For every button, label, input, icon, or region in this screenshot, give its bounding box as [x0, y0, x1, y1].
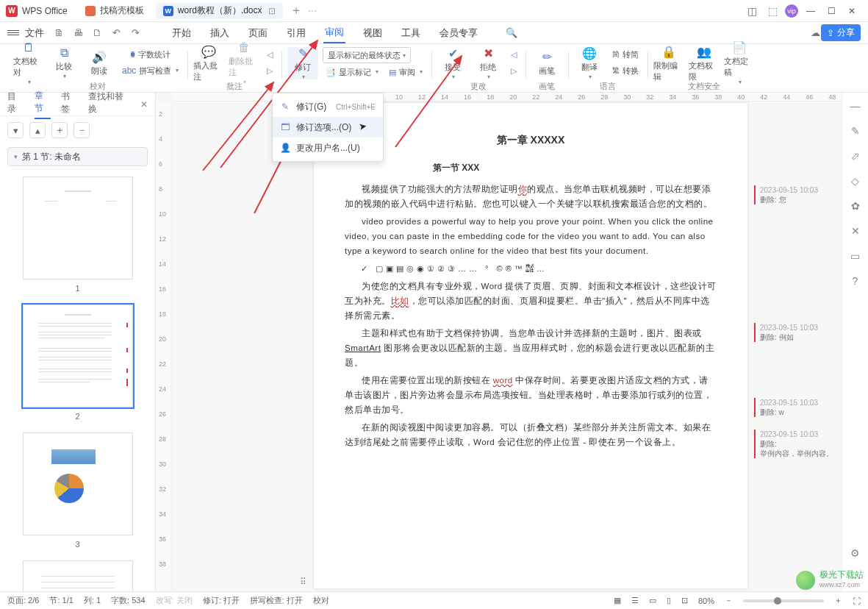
share-button[interactable]: ⇪ 分享: [821, 24, 861, 41]
doc-proof-button[interactable]: 🗒文档校对: [13, 47, 44, 79]
fullscreen-icon[interactable]: ⛶: [853, 596, 861, 605]
cloud-icon[interactable]: ☁: [809, 27, 821, 39]
zoom-in-button[interactable]: ＋: [834, 595, 842, 606]
tab-templates[interactable]: 找稿壳模板: [78, 3, 151, 19]
status-spell[interactable]: 拼写检查: 打开: [250, 595, 303, 606]
zoom-out-button[interactable]: －: [725, 595, 733, 606]
window-close-button[interactable]: ✕: [842, 3, 862, 19]
review-pane-button[interactable]: ▤审阅: [386, 65, 426, 79]
window-minimize-button[interactable]: —: [800, 3, 821, 19]
nav-tab-find[interactable]: 查找和替换: [88, 90, 130, 118]
section-select[interactable]: 第 1 节: 未命名: [7, 147, 148, 166]
convert-simple-button[interactable]: 简转简: [609, 47, 642, 62]
convert-trad-button[interactable]: 繁转换: [609, 63, 642, 78]
thumbnail-page-4[interactable]: [23, 560, 133, 591]
wordcount-button[interactable]: ⧯字数统计: [119, 47, 182, 62]
status-overwrite[interactable]: 改写: 关闭: [156, 595, 193, 606]
view-outline-icon[interactable]: ☰: [631, 596, 639, 605]
reader-mode-icon[interactable]: ◫: [744, 3, 760, 19]
revision-callout-1[interactable]: 2023-09-15 10:03 删除: 您: [754, 185, 818, 204]
document-page[interactable]: 第一章 XXXXX 第一节 XXX 视频提供了功能强大的方法帮助您证明你的观点。…: [314, 103, 747, 588]
view-print-icon[interactable]: ▦: [614, 596, 621, 605]
revision-callout-3[interactable]: 2023-09-15 10:03 删除: w: [754, 398, 818, 417]
menu-page[interactable]: 页面: [247, 24, 269, 43]
page-move-handle-icon[interactable]: ⠿: [300, 577, 306, 587]
markup-state-select[interactable]: 显示标记的最终状态: [323, 47, 411, 63]
status-proof[interactable]: 校对: [313, 595, 329, 606]
translate-button[interactable]: 🌐翻译: [574, 47, 605, 79]
nav-expand-button[interactable]: ▾: [7, 122, 24, 138]
thumbnail-page-3[interactable]: [23, 432, 133, 535]
sidebar-pen-icon[interactable]: ✎: [848, 124, 863, 138]
menu-start[interactable]: 开始: [171, 24, 193, 43]
status-column[interactable]: 列: 1: [84, 595, 101, 606]
insert-comment-button[interactable]: 💬插入批注: [193, 47, 224, 79]
show-markup-button[interactable]: 📑显示标记: [323, 65, 381, 79]
revision-callout-2[interactable]: 2023-09-15 10:03 删除: 例如: [754, 323, 818, 342]
nav-tab-bookmarks[interactable]: 书签: [61, 90, 78, 118]
sidebar-asset-icon[interactable]: ✿: [848, 199, 863, 213]
next-change-button[interactable]: ▷: [508, 63, 520, 78]
thumbnail-page-2[interactable]: [23, 304, 133, 407]
prev-comment-button[interactable]: ◁: [264, 47, 276, 62]
sidebar-shape-icon[interactable]: ◇: [848, 174, 863, 188]
menu-vip[interactable]: 会员专享: [438, 24, 479, 43]
reject-button[interactable]: ✖拒绝: [473, 47, 503, 79]
status-words[interactable]: 字数: 534: [111, 595, 145, 606]
accept-button[interactable]: ✔接受: [437, 47, 468, 79]
nav-add-button[interactable]: ＋: [51, 122, 68, 138]
next-comment-button[interactable]: ▷: [264, 63, 276, 78]
track-changes-button[interactable]: ✎修订: [287, 47, 318, 79]
window-maximize-button[interactable]: ☐: [821, 3, 842, 19]
status-section[interactable]: 节: 1/1: [49, 595, 73, 606]
menu-tools[interactable]: 工具: [400, 24, 422, 43]
compare-button[interactable]: ⧉比较: [49, 47, 79, 79]
sidebar-minus-icon[interactable]: —: [848, 99, 863, 113]
doc-permission-button[interactable]: 👥文档权限: [689, 47, 720, 79]
revision-callout-4[interactable]: 2023-09-15 10:03 删除: 举例内容，举例内容。: [754, 430, 833, 458]
status-page[interactable]: 页面: 2/6: [7, 595, 39, 606]
nav-tab-toc[interactable]: 目录: [7, 90, 24, 118]
dropdown-username-item[interactable]: 👤 更改用户名...(U): [273, 138, 383, 158]
menu-file[interactable]: 文件: [25, 26, 44, 40]
thumbnail-page-1[interactable]: [23, 177, 133, 279]
tab-document[interactable]: W word教程（新）.docx ⊡: [156, 3, 283, 19]
sidebar-tools-icon[interactable]: ✕: [848, 224, 863, 238]
ink-pen-button[interactable]: ✏画笔: [531, 47, 562, 79]
preview-icon[interactable]: 🗋: [91, 27, 103, 39]
restrict-edit-button[interactable]: 🔒限制编辑: [653, 47, 684, 79]
vertical-ruler[interactable]: 2468101214161820222426283032343638: [156, 102, 172, 591]
sidebar-help-icon[interactable]: ?: [848, 274, 863, 288]
view-read-icon[interactable]: ▯: [667, 596, 671, 605]
nav-up-button[interactable]: ▴: [29, 122, 46, 138]
dropdown-track-item[interactable]: ✎ 修订(G) Ctrl+Shift+E: [273, 96, 383, 117]
cube-icon[interactable]: ⬚: [764, 3, 781, 19]
tab-close-icon[interactable]: ⊡: [268, 6, 276, 16]
nav-close-icon[interactable]: ✕: [140, 99, 148, 110]
new-tab-button[interactable]: ＋: [287, 3, 305, 19]
sidebar-book-icon[interactable]: ▭: [848, 249, 863, 263]
menu-view[interactable]: 视图: [362, 24, 384, 43]
hamburger-icon[interactable]: [7, 30, 19, 35]
view-web-icon[interactable]: ▭: [649, 596, 656, 605]
print-icon[interactable]: 🖶: [72, 27, 84, 39]
sidebar-select-icon[interactable]: ⬀: [848, 149, 863, 163]
menu-insert[interactable]: 插入: [209, 24, 231, 43]
doc-finalize-button[interactable]: 📄文档定稿: [724, 47, 755, 79]
status-track[interactable]: 修订: 打开: [203, 595, 240, 606]
spellcheck-button[interactable]: abc拼写检查: [119, 63, 182, 78]
save-icon[interactable]: 🗎: [53, 27, 65, 39]
prev-change-button[interactable]: ◁: [508, 47, 520, 62]
nav-remove-button[interactable]: －: [73, 122, 90, 138]
search-icon[interactable]: 🔍: [506, 27, 517, 39]
fit-page-icon[interactable]: ⊡: [681, 596, 688, 605]
nav-tab-sections[interactable]: 章节: [35, 90, 51, 119]
undo-icon[interactable]: ↶: [110, 27, 122, 39]
status-zoom[interactable]: 80%: [698, 596, 714, 605]
user-avatar[interactable]: vip: [785, 4, 798, 18]
menu-reference[interactable]: 引用: [285, 24, 307, 43]
zoom-slider[interactable]: [743, 599, 824, 602]
tab-overflow-icon[interactable]: ⋯: [308, 6, 317, 16]
sidebar-settings-icon[interactable]: ⚙: [848, 546, 863, 560]
menu-review[interactable]: 审阅: [323, 23, 345, 43]
